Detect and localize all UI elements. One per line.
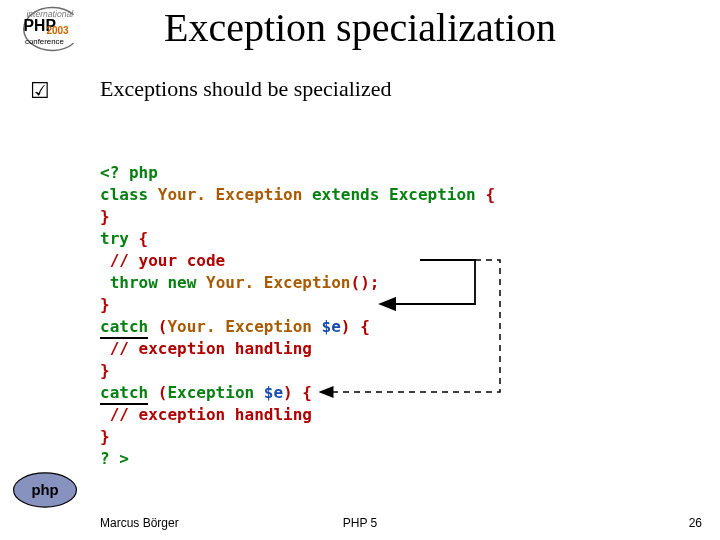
bullet-check-icon: ☑ [30,78,50,104]
comment-handle-2: // exception handling [110,405,312,424]
footer-center: PHP 5 [0,516,720,530]
slide-title: Exception specialization [0,4,720,51]
catch1-close: ) { [341,317,370,336]
kw-class: class [100,185,148,204]
catch1-var: $e [322,317,341,336]
base-class: Exception [389,185,476,204]
code-php-open: <? php [100,163,158,182]
footer-page-number: 26 [689,516,702,530]
code-block: <? php class Your. Exception extends Exc… [100,140,495,470]
ctor-name: Your. Exception [206,273,351,292]
code-php-close: ? > [100,449,129,468]
kw-catch-1: catch [100,317,148,339]
class-name: Your. Exception [158,185,303,204]
svg-text:php: php [31,482,58,498]
kw-throw: throw [110,273,158,292]
subheading: Exceptions should be specialized [100,76,391,102]
php-logo-icon: php [10,470,80,510]
comment-your-code: // your code [110,251,226,270]
comment-handle-1: // exception handling [110,339,312,358]
kw-try: try [100,229,129,248]
kw-extends: extends [312,185,379,204]
catch2-type: Exception [167,383,254,402]
catch2-var: $e [264,383,283,402]
ctor-parens: (); [351,273,380,292]
catch1-type: Your. Exception [167,317,312,336]
kw-catch-2: catch [100,383,148,405]
kw-new: new [167,273,196,292]
catch2-close: ) { [283,383,312,402]
